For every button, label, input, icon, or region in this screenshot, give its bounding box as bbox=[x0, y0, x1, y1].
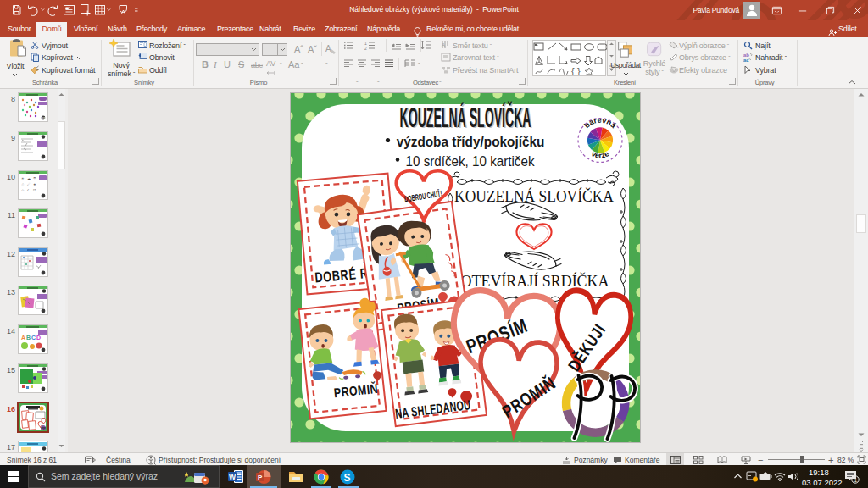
svg-text:{: { bbox=[571, 66, 575, 75]
svg-text:PP: PP bbox=[42, 116, 47, 120]
svg-text:1: 1 bbox=[854, 477, 858, 483]
svg-text:OTEVÍRAJÍ SRDÍČKA: OTEVÍRAJÍ SRDÍČKA bbox=[461, 272, 609, 290]
svg-text:}: } bbox=[577, 66, 581, 75]
svg-text:★: ★ bbox=[33, 182, 36, 186]
svg-text:C: C bbox=[31, 335, 36, 341]
svg-text:☆: ☆ bbox=[21, 188, 25, 192]
svg-text:☈: ☈ bbox=[33, 188, 36, 192]
svg-text:☃: ☃ bbox=[21, 182, 25, 186]
svg-text:výzdoba třídy/pokojíčku: výzdoba třídy/pokojíčku bbox=[397, 134, 545, 149]
svg-text:B: B bbox=[26, 335, 31, 341]
svg-text:A: A bbox=[442, 42, 445, 47]
svg-text:PP: PP bbox=[42, 426, 47, 430]
svg-text:☄: ☄ bbox=[27, 182, 31, 186]
svg-text:W: W bbox=[229, 473, 236, 481]
svg-text:KOUZELNÁ SLOVÍČKA: KOUZELNÁ SLOVÍČKA bbox=[400, 101, 531, 132]
svg-text:10 srdíček, 10 kartiček: 10 srdíček, 10 kartiček bbox=[406, 153, 535, 168]
svg-text:KOUZELNÁ SLOVÍČKA: KOUZELNÁ SLOVÍČKA bbox=[454, 187, 614, 205]
svg-text:☂: ☂ bbox=[33, 176, 36, 180]
svg-text:A: A bbox=[21, 335, 25, 341]
svg-text:☇: ☇ bbox=[27, 188, 29, 192]
svg-text:ac: ac bbox=[743, 58, 749, 62]
svg-text:S: S bbox=[344, 472, 351, 484]
svg-text:2: 2 bbox=[364, 46, 367, 50]
svg-text:P: P bbox=[258, 474, 263, 481]
svg-text:☁: ☁ bbox=[27, 176, 31, 180]
svg-text:☀: ☀ bbox=[21, 176, 25, 180]
svg-text:A: A bbox=[326, 44, 331, 53]
svg-text:D: D bbox=[36, 335, 41, 341]
